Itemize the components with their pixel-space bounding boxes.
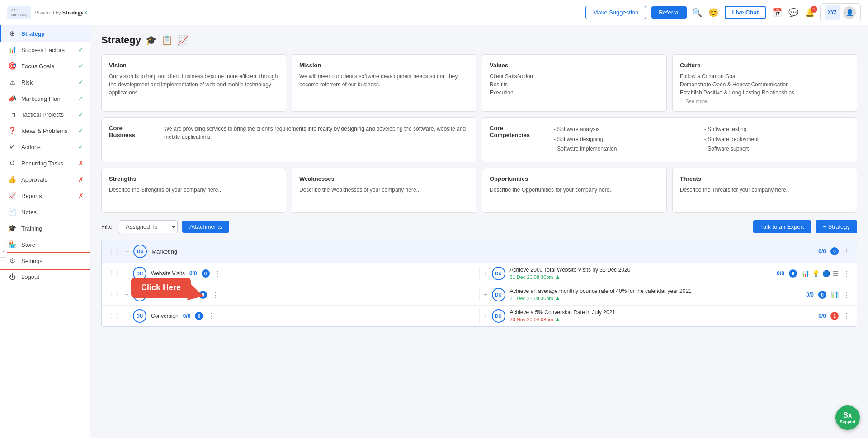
sidebar-item-notes[interactable]: 📄 Notes (0, 204, 90, 220)
ideas-problems-check: ✓ (78, 127, 84, 134)
reports-cross: ✗ (78, 192, 84, 199)
referral-button[interactable]: Referral (651, 6, 687, 19)
goal-date-2: 31 Dec 21 08:30pm ▲ (510, 294, 802, 301)
bulb-icon[interactable]: 💡 (812, 270, 820, 277)
sidebar-item-logout[interactable]: ⏻ Logout (0, 269, 90, 285)
website-visits-dots-menu[interactable]: ⋮ (214, 269, 222, 278)
mission-card: Mission We will meet our client's softwa… (292, 54, 476, 112)
vision-card-text: Our vision is to help our client busines… (109, 72, 278, 97)
goal-name-3: Achieve a 5% Conversion Rate in July 202… (510, 309, 814, 316)
sidebar-label-settings: Settings (21, 258, 84, 264)
sidebar-item-ideas-problems[interactable]: ❓ Ideas & Problems ✓ (0, 122, 90, 139)
conversion-dots-menu[interactable]: ⋮ (208, 312, 215, 320)
risk-check: ✓ (78, 79, 84, 86)
logo-line2: company (11, 13, 28, 18)
talk-to-expert-button[interactable]: Talk to an Expert (753, 220, 811, 233)
notification-button[interactable]: 🔔 1 (805, 8, 815, 18)
row-divider (479, 267, 480, 280)
marketing-avatar: DU (133, 245, 147, 258)
approvals-icon: 👍 (8, 175, 17, 184)
filter-row: Filter Assigned To Attachments Talk to a… (101, 220, 857, 233)
sidebar-label-recurring-tasks: Recurring Tasks (21, 160, 74, 167)
filter-label: Filter (101, 223, 114, 230)
company-avatar[interactable]: XYZ 👤 (820, 3, 861, 22)
drag-handle-icon[interactable]: ⋮⋮ (108, 270, 121, 277)
weaknesses-text: Describe the Weaknesses of your company … (299, 186, 469, 194)
click-here-text: Click Here (141, 283, 181, 292)
search-button[interactable]: 🔍 (692, 8, 702, 18)
plus-small-icon-r: + (484, 313, 487, 319)
sidebar-item-risk[interactable]: ⚠ Risk ✓ (0, 74, 90, 90)
add-strategy-button[interactable]: + Strategy (816, 220, 857, 233)
support-button[interactable]: Sx Support (835, 405, 860, 430)
live-chat-button[interactable]: Live Chat (725, 6, 766, 19)
tactical-projects-icon: 🗂 (8, 111, 17, 118)
culture-see-more[interactable]: ... See more (680, 99, 849, 104)
weaknesses-title: Weaknesses (299, 175, 469, 182)
sidebar-label-logout: Logout (21, 273, 84, 280)
goal-dot-3: 1 (830, 312, 839, 320)
goal-date-3: 20 Nov 20 04:08pm ▲ (510, 316, 814, 323)
risk-icon: ⚠ (8, 78, 17, 86)
sidebar-label-tactical-projects: Tactical Projects (21, 111, 74, 118)
sidebar-item-approvals[interactable]: 👍 Approvals ✗ (0, 171, 90, 188)
approvals-cross: ✗ (78, 176, 84, 183)
attachments-button[interactable]: Attachments (182, 221, 229, 233)
goal-dots-menu-1[interactable]: ⋮ (843, 269, 850, 278)
goal-info-3: Achieve a 5% Conversion Rate in July 202… (510, 309, 814, 323)
plus-small-icon: + (125, 313, 128, 319)
store-icon: 🏪 (8, 240, 17, 249)
website-visits-score: 0/0 (189, 270, 197, 277)
strengths-text: Describe the Strengths of your company h… (109, 186, 278, 194)
reports-icon: 📈 (8, 192, 17, 200)
powered-by-label: Powered by StrategyX (35, 9, 88, 16)
marketing-dots-menu[interactable]: ⋮ (843, 247, 850, 256)
filter-select[interactable]: Assigned To (119, 220, 178, 233)
bar-chart-icon-2[interactable]: 📊 (831, 291, 839, 298)
page-title: Strategy (101, 34, 141, 46)
recurring-tasks-icon: ↺ (8, 159, 17, 167)
sidebar-item-success-factors[interactable]: 📊 Success Factors ✓ (0, 42, 90, 58)
list-icon[interactable]: ☰ (833, 270, 839, 277)
sidebar-item-store[interactable]: 🏪 Store (0, 236, 90, 253)
drag-handle-icon[interactable]: ⋮⋮ (108, 248, 121, 255)
goal-action-icons-1: 📊 💡 🔵 ☰ (802, 270, 839, 277)
actions-check: ✓ (78, 143, 84, 151)
sidebar-collapse-button[interactable]: ‹ (0, 245, 7, 258)
success-factors-icon: 📊 (8, 46, 17, 54)
sidebar-item-actions[interactable]: ✔ Actions ✓ (0, 139, 90, 155)
click-here-tooltip: Click Here (131, 278, 191, 298)
sidebar-item-reports[interactable]: 📈 Reports ✗ (0, 188, 90, 204)
bounce-rate-dots-menu[interactable]: ⋮ (212, 291, 219, 299)
content-area: Strategy 🎓 📋 📈 Vision Our vision is to h… (90, 25, 868, 438)
bar-chart-icon[interactable]: 📊 (802, 270, 809, 277)
title-icon-graduation: 🎓 (146, 35, 157, 46)
marketing-score: 0/0 (818, 248, 826, 254)
sidebar-item-recurring-tasks[interactable]: ↺ Recurring Tasks ✗ (0, 155, 90, 171)
emoji-button[interactable]: 😊 (708, 8, 718, 18)
table-row: ⋮⋮ + DU Conversion 0/0 0 ⋮ + DU Achieve … (102, 305, 857, 326)
goal-arrow-icon-2: ▲ (555, 294, 561, 301)
goal-avatar-3: DU (492, 309, 505, 323)
sidebar-item-tactical-projects[interactable]: 🗂 Tactical Projects ✓ (0, 107, 90, 122)
info-icon[interactable]: 🔵 (822, 270, 830, 277)
website-visits-name: Website Visits (151, 270, 185, 277)
sidebar-item-strategy[interactable]: ⊕ Strategy (0, 25, 90, 42)
tactical-projects-check: ✓ (78, 111, 84, 118)
core-business-title: CoreBusiness (109, 125, 159, 138)
settings-icon: ⚙ (8, 257, 17, 265)
drag-handle-icon[interactable]: ⋮⋮ (108, 291, 121, 298)
chat-button[interactable]: 💬 (788, 8, 798, 18)
calendar-button[interactable]: 📅 (772, 8, 782, 18)
sidebar-item-marketing-plan[interactable]: 📣 Marketing Plan ✓ (0, 90, 90, 107)
sidebar-label-notes: Notes (21, 209, 84, 216)
strengths-title: Strengths (109, 175, 278, 182)
sidebar-item-settings[interactable]: ⚙ Settings (0, 253, 90, 269)
make-suggestion-button[interactable]: Make Suggestion (585, 6, 646, 19)
drag-handle-icon[interactable]: ⋮⋮ (108, 312, 121, 320)
goal-score-2: 0/0 (806, 292, 814, 298)
goal-dots-menu-3[interactable]: ⋮ (843, 312, 850, 320)
sidebar-item-focus-goals[interactable]: 🎯 Focus Goals ✓ (0, 58, 90, 74)
goal-dots-menu-2[interactable]: ⋮ (843, 291, 850, 299)
sidebar-item-training[interactable]: 🎓 Training (0, 220, 90, 236)
